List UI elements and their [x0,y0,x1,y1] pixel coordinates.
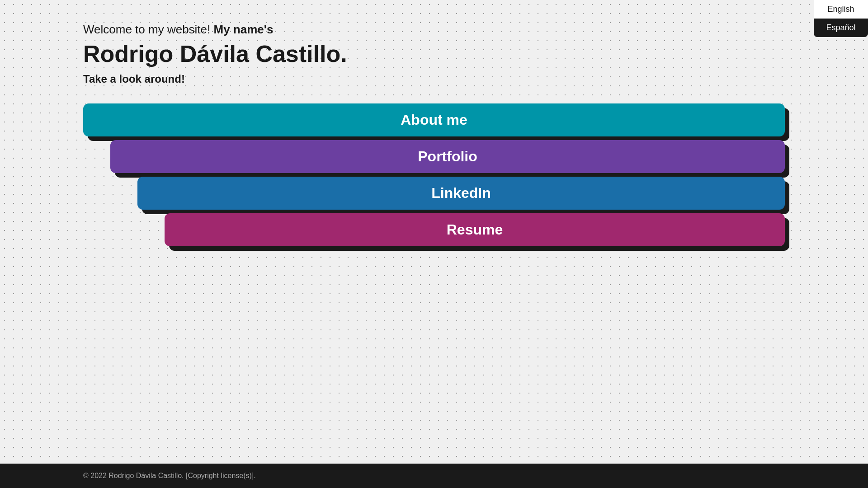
welcome-bold: My name's [214,23,274,36]
resume-button[interactable]: Resume [165,213,785,246]
language-switcher: English Español [814,0,868,37]
about-me-button[interactable]: About me [83,103,785,136]
welcome-text: Welcome to my website! My name's [83,23,785,37]
footer-text: © 2022 Rodrigo Dávila Castillo. [Copyrig… [83,472,256,479]
buttons-container: About me Portfolio LinkedIn Resume [83,103,785,250]
footer: © 2022 Rodrigo Dávila Castillo. [Copyrig… [0,464,868,488]
tagline: Take a look around! [83,73,785,85]
lang-english-button[interactable]: English [814,0,868,19]
name-heading: Rodrigo Dávila Castillo. [83,40,785,67]
main-content: English Español Welcome to my website! M… [0,0,868,464]
welcome-prefix: Welcome to my website! [83,23,214,36]
linkedin-button[interactable]: LinkedIn [137,177,785,210]
portfolio-button[interactable]: Portfolio [110,140,785,173]
lang-spanish-button[interactable]: Español [814,19,868,37]
